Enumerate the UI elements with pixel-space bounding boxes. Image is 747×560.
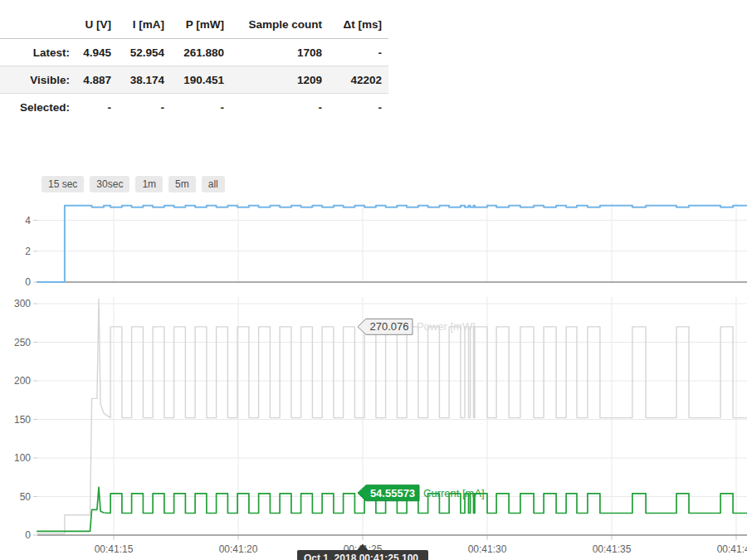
main-y-axis-label: 50: [20, 491, 32, 503]
range-button-all[interactable]: all: [202, 176, 225, 192]
current-series-label: Current [mA]: [423, 487, 485, 499]
voltage-y-axis-label: 2: [25, 246, 31, 257]
main-y-axis-label: 0: [25, 529, 31, 541]
x-axis-label: 00:41:40: [717, 543, 747, 555]
range-button-15sec[interactable]: 15 sec: [42, 176, 84, 192]
current-flag-value: 54.55573: [370, 487, 415, 499]
main-y-axis-label: 100: [14, 452, 31, 464]
time-range-buttons: 15 sec 30sec 1m 5m all: [42, 176, 225, 192]
voltage-y-axis-label: 0: [25, 276, 31, 288]
main-y-axis-label: 250: [14, 337, 31, 348]
x-axis-label: 00:41:20: [219, 543, 258, 555]
x-axis-label: 00:41:35: [593, 543, 632, 555]
main-y-axis-label: 150: [14, 414, 31, 426]
range-button-30sec[interactable]: 30sec: [90, 176, 129, 192]
chart-area[interactable]: 00:41:1500:41:2000:41:2500:41:3000:41:35…: [0, 0, 747, 560]
range-button-1m[interactable]: 1m: [135, 176, 163, 192]
x-axis-label: 00:41:30: [468, 543, 507, 555]
range-button-5m[interactable]: 5m: [168, 176, 196, 192]
power-series-label: Power [mW]: [417, 320, 476, 333]
main-y-axis-label: 200: [14, 375, 31, 387]
power-monitor-app: { "table": { "headers": ["U [V]", "I [mA…: [0, 0, 747, 560]
voltage-y-axis-label: 4: [25, 215, 31, 226]
power-flag-value: 270.076: [370, 320, 409, 333]
main-y-axis-label: 300: [14, 298, 31, 309]
timestamp-tooltip-text: Oct 1, 2018 00:41:25.100: [304, 553, 418, 560]
voltage-series-line: [37, 206, 747, 282]
x-axis-label: 00:41:15: [95, 543, 134, 555]
